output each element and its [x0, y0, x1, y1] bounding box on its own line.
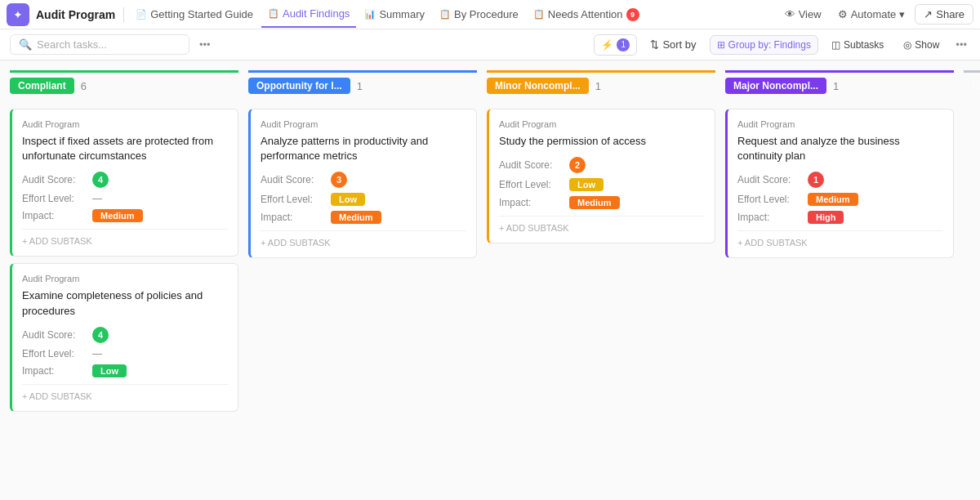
card-impact-row: Impact: Medium — [261, 211, 466, 224]
column-minor: Minor Noncompl...1 Audit Program Study t… — [487, 70, 715, 490]
audit-score-label: Audit Score: — [22, 174, 87, 185]
card-effort-row: Effort Level: Low — [261, 193, 466, 206]
sort-icon: ⇅ — [650, 38, 659, 51]
column-badge-empty[interactable]: Empty — [964, 78, 980, 94]
nav-actions: 👁 View ⚙ Automate ▾ ↗ Share — [778, 4, 973, 25]
card-major-0[interactable]: Audit Program Request and analyze the bu… — [725, 109, 954, 258]
column-count-compliant: 6 — [81, 80, 87, 92]
effort-tag: Low — [569, 178, 604, 191]
effort-label: Effort Level: — [499, 179, 564, 190]
impact-tag: High — [808, 211, 844, 224]
automate-button[interactable]: ⚙ Automate ▾ — [831, 5, 912, 24]
card-title: Inspect if fixed assets are protected fr… — [22, 134, 228, 163]
app-title: Audit Program — [36, 8, 115, 21]
card-program: Audit Program — [737, 119, 943, 129]
column-badge-compliant[interactable]: Compliant — [10, 78, 74, 94]
filter-badge: 1 — [617, 38, 630, 51]
attention-badge: 9 — [626, 8, 639, 21]
column-major: Major Noncompl...1 Audit Program Request… — [725, 70, 954, 490]
card-compliant-0[interactable]: Audit Program Inspect if fixed assets ar… — [10, 109, 238, 257]
impact-label: Impact: — [499, 197, 564, 208]
effort-label: Effort Level: — [737, 194, 803, 205]
column-header-empty: Empty0 — [964, 70, 980, 100]
impact-label: Impact: — [737, 212, 803, 223]
share-button[interactable]: ↗ Share — [915, 4, 973, 25]
column-badge-opportunity[interactable]: Opportunity for I... — [248, 78, 350, 94]
kanban-board: Compliant6 Audit Program Inspect if fixe… — [0, 60, 980, 500]
card-audit-score-row: Audit Score: 2 — [499, 157, 705, 173]
add-subtask-button[interactable]: + ADD SUBTASK — [261, 230, 466, 248]
column-header-opportunity: Opportunity for I...1 — [248, 70, 477, 100]
effort-dash: — — [92, 348, 102, 359]
show-button[interactable]: ◎ Show — [897, 36, 946, 54]
tab-getting-started[interactable]: 📄 Getting Started Guide — [129, 2, 260, 28]
audit-score-badge: 2 — [569, 157, 586, 173]
column-empty: Empty0 — [964, 70, 980, 490]
column-count-minor: 1 — [595, 80, 601, 92]
column-header-major: Major Noncompl...1 — [725, 70, 954, 100]
card-impact-row: Impact: Medium — [499, 196, 705, 209]
app-logo: ✦ — [7, 3, 29, 26]
add-subtask-button[interactable]: + ADD SUBTASK — [499, 216, 705, 233]
column-badge-major[interactable]: Major Noncompl... — [725, 78, 826, 94]
impact-tag: Medium — [92, 209, 143, 222]
card-title: Request and analyze the business continu… — [737, 134, 943, 163]
card-audit-score-row: Audit Score: 1 — [737, 172, 943, 188]
eye-show-icon: ◎ — [903, 39, 911, 51]
card-effort-row: Effort Level: — — [22, 193, 228, 204]
group-icon: ⊞ — [717, 39, 725, 51]
attention-icon: 📋 — [533, 9, 545, 20]
impact-label: Impact: — [261, 212, 326, 223]
automate-icon: ⚙ — [838, 8, 848, 20]
column-count-major: 1 — [833, 80, 839, 92]
tab-by-procedure[interactable]: 📋 By Procedure — [433, 2, 525, 28]
audit-score-badge: 4 — [92, 172, 109, 188]
sort-button[interactable]: ⇅ Sort by — [644, 35, 702, 54]
card-title: Examine completeness of policies and pro… — [22, 288, 228, 318]
more-options-icon[interactable]: ••• — [196, 35, 214, 54]
toolbar: 🔍 ••• ⚡ 1 ⇅ Sort by ⊞ Group by: Findings… — [0, 29, 980, 60]
card-program: Audit Program — [22, 274, 228, 283]
column-badge-minor[interactable]: Minor Noncompl... — [487, 78, 589, 94]
tab-audit-findings[interactable]: 📋 Audit Findings — [261, 2, 356, 28]
card-impact-row: Impact: Medium — [22, 209, 228, 222]
top-nav: ✦ Audit Program 📄 Getting Started Guide … — [0, 0, 980, 29]
column-header-compliant: Compliant6 — [10, 70, 238, 100]
subtasks-icon: ◫ — [831, 39, 840, 51]
chart-icon: 📊 — [364, 9, 376, 20]
impact-tag: Medium — [569, 196, 620, 209]
add-subtask-button[interactable]: + ADD SUBTASK — [737, 230, 943, 248]
column-header-minor: Minor Noncompl...1 — [487, 70, 715, 100]
impact-tag: Low — [92, 364, 127, 377]
view-button[interactable]: 👁 View — [778, 5, 828, 24]
effort-label: Effort Level: — [22, 348, 87, 359]
card-audit-score-row: Audit Score: 3 — [261, 172, 466, 188]
add-subtask-button[interactable]: + ADD SUBTASK — [22, 384, 228, 401]
procedure-icon: 📋 — [439, 9, 451, 20]
tab-needs-attention[interactable]: 📋 Needs Attention 9 — [527, 2, 646, 28]
card-opportunity-0[interactable]: Audit Program Analyze patterns in produc… — [248, 109, 477, 258]
filter-button[interactable]: ⚡ 1 — [594, 34, 637, 56]
card-compliant-1[interactable]: Audit Program Examine completeness of po… — [10, 263, 238, 411]
card-audit-score-row: Audit Score: 4 — [22, 172, 228, 188]
effort-label: Effort Level: — [261, 194, 326, 205]
impact-tag: Medium — [331, 211, 381, 224]
card-audit-score-row: Audit Score: 4 — [22, 327, 228, 343]
card-impact-row: Impact: High — [737, 211, 943, 224]
group-button[interactable]: ⊞ Group by: Findings — [710, 35, 818, 55]
add-subtask-button[interactable]: + ADD SUBTASK — [22, 229, 228, 246]
effort-tag: Low — [331, 193, 365, 206]
list-icon: 📋 — [268, 8, 279, 19]
search-input[interactable] — [37, 38, 180, 51]
tab-summary[interactable]: 📊 Summary — [358, 2, 431, 28]
toolbar-more-icon[interactable]: ••• — [952, 35, 970, 54]
share-icon: ↗ — [924, 8, 933, 20]
card-minor-0[interactable]: Audit Program Study the permission of ac… — [487, 109, 715, 243]
effort-dash: — — [92, 193, 102, 204]
card-title: Analyze patterns in productivity and per… — [261, 134, 466, 163]
search-box[interactable]: 🔍 — [10, 34, 189, 55]
chevron-down-icon: ▾ — [899, 8, 905, 20]
column-compliant: Compliant6 Audit Program Inspect if fixe… — [10, 70, 238, 490]
card-program: Audit Program — [499, 119, 705, 129]
subtasks-button[interactable]: ◫ Subtasks — [825, 36, 890, 54]
